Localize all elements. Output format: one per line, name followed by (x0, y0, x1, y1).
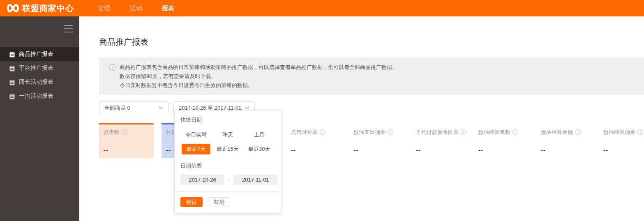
sidebar-item-label: 平台推广报表 (19, 64, 53, 72)
metric-value: -- (416, 146, 462, 153)
report-doc-icon (9, 51, 15, 58)
metric-card[interactable]: 平均付款佣金比率 i -- (411, 123, 466, 158)
quick-date-option-label: 今日实时 (182, 129, 210, 140)
quick-date-option[interactable]: 最近30天 (243, 144, 275, 154)
metric-label-row: 预估支出佣金 i (353, 129, 399, 136)
notice-banner: i 商品推广报表包含商品的日常策略和活动策略的推广数据，可以选择查看单品推广数据… (99, 58, 644, 95)
product-select[interactable]: 全部商品 0 (99, 101, 169, 114)
date-range-label: 日期范围 (180, 162, 275, 170)
quick-date-option-label: 最近15天 (213, 144, 242, 154)
sidebar-item[interactable]: 团长活动报表 (0, 75, 79, 89)
quick-date-option[interactable]: 最近15天 (212, 144, 244, 154)
notice-line: 今日实时数据暂不包含今日设置今日生效的策略的数据。 (120, 81, 397, 90)
metric-label-row: 预估结算金额 i (541, 129, 586, 136)
quick-date-option-label: 最近30天 (245, 144, 273, 154)
chevron-down-icon (159, 106, 163, 109)
product-select-value: 全部商品 0 (104, 104, 130, 112)
start-date-input[interactable] (180, 175, 224, 185)
datepicker-footer: 确认 取消 (175, 191, 281, 207)
cancel-button[interactable]: 取消 (208, 197, 230, 207)
top-nav: 管理 活动 报表 (98, 5, 174, 12)
notice-line: 商品推广报表包含商品的日常策略和活动策略的推广数据，可以选择查看单品推广数据，也… (120, 63, 397, 72)
metric-card[interactable]: 预估结算笔数 i -- (474, 123, 529, 158)
report-doc-icon (9, 79, 15, 85)
metric-value: -- (353, 146, 399, 153)
info-icon[interactable]: i (575, 129, 581, 135)
metric-card[interactable]: 点击转化率 i -- (286, 123, 341, 158)
metric-label-row: 点击数 i (104, 129, 149, 136)
metric-card[interactable]: 预估结算金额 i -- (536, 123, 591, 158)
top-header: 联盟商家中心 管理 活动 报表 (0, 0, 644, 16)
sidebar-item[interactable]: 平台推广报表 (0, 61, 79, 75)
quick-date-option[interactable]: 今日实时 (180, 129, 212, 140)
notice-lines: 商品推广报表包含商品的日常策略和活动策略的推广数据，可以选择查看单品推广数据，也… (120, 63, 397, 90)
metric-value: -- (603, 146, 644, 153)
info-icon[interactable]: i (637, 129, 643, 135)
logo: 联盟商家中心 (0, 3, 78, 14)
report-doc-icon (9, 93, 15, 99)
chevron-down-icon (245, 106, 249, 109)
quick-date-option-label: 最近7天 (182, 144, 210, 154)
info-icon: i (109, 64, 115, 71)
info-icon[interactable]: i (122, 129, 127, 135)
quick-date-option[interactable]: 最近7天 (180, 144, 212, 154)
metric-value: -- (291, 146, 337, 153)
metric-label-row: 预估结算佣金 i (603, 129, 644, 136)
notice-line: 数据仅保留90天，若有需要请及时下载。 (120, 72, 397, 81)
metric-label: 预估结算金额 (541, 129, 573, 136)
sidebar-item[interactable]: 商品推广报表 (0, 47, 79, 61)
metric-label-row: 平均付款佣金比率 i (416, 129, 462, 136)
quick-date-option-label: 上月 (251, 129, 268, 140)
info-icon[interactable]: i (461, 129, 466, 135)
top-nav-item[interactable]: 报表 (162, 5, 174, 12)
metric-label: 点击数 (104, 129, 120, 136)
hamburger-menu-icon[interactable] (64, 25, 73, 35)
metric-label-row: 预估结算笔数 i (478, 129, 524, 136)
quick-date-option-label: 昨天 (219, 129, 236, 140)
sidebar-item-label: 商品推广报表 (19, 51, 53, 58)
report-doc-icon (9, 65, 15, 71)
metric-label: 预估结算佣金 (603, 129, 635, 136)
metric-label: 预估支出佣金 (353, 129, 385, 136)
top-nav-item[interactable]: 活动 (130, 5, 142, 12)
metric-value: -- (541, 146, 586, 153)
metric-label: 预估结算笔数 (478, 129, 510, 136)
sidebar-item-label: 团长活动报表 (19, 78, 53, 86)
sidebar-item-label: 一淘活动报表 (19, 92, 53, 100)
metric-card[interactable]: 预估支出佣金 i -- (349, 123, 404, 158)
metric-label: 点击转化率 (291, 129, 318, 136)
sidebar: 商品推广报表 平台推广报表 (0, 16, 79, 221)
date-range-separator: - (228, 177, 230, 183)
sidebar-item[interactable]: 一淘活动报表 (0, 89, 79, 103)
quick-date-option[interactable]: 上月 (243, 129, 275, 140)
info-icon[interactable]: i (388, 129, 393, 135)
quick-dates-grid: 今日实时 昨天 上月 最近7天 最近15天 最近30天 (180, 129, 275, 154)
quick-dates-label: 快捷日期 (180, 116, 275, 124)
info-icon[interactable]: i (512, 129, 518, 135)
page-title: 商品推广报表 (99, 37, 644, 47)
confirm-button[interactable]: 确认 (180, 197, 203, 207)
metric-value: -- (104, 146, 149, 153)
quick-date-option[interactable]: 昨天 (212, 129, 244, 140)
info-icon[interactable]: i (320, 129, 325, 135)
metric-label: 平均付款佣金比率 (416, 129, 459, 136)
metric-card[interactable]: 预估结算佣金 i -- (599, 123, 644, 158)
datepicker-popup: 快捷日期 今日实时 昨天 上月 最近7天 最近15天 最近30天 (174, 110, 281, 214)
end-date-input[interactable] (233, 175, 277, 185)
metric-card[interactable]: 点击数 i -- (99, 123, 154, 158)
metric-label-row: 点击转化率 i (291, 129, 337, 136)
main-content: 商品推广报表 i 商品推广报表包含商品的日常策略和活动策略的推广数据，可以选择查… (79, 16, 644, 221)
logo-text: 联盟商家中心 (22, 3, 74, 14)
logo-icon (7, 3, 19, 13)
date-range-inputs: - (180, 175, 275, 185)
top-nav-item[interactable]: 管理 (98, 5, 110, 12)
metric-value: -- (478, 146, 524, 153)
